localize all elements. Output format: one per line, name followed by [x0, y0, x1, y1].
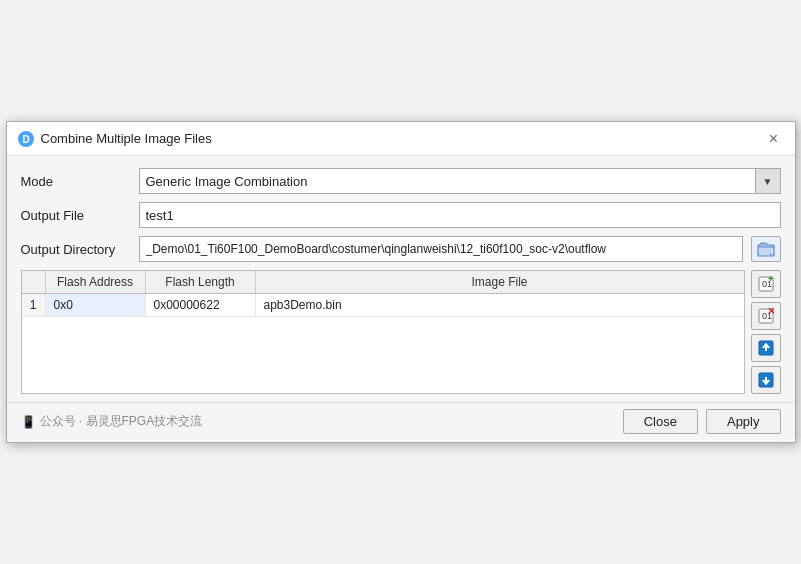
- mode-select[interactable]: Generic Image Combination: [139, 168, 781, 194]
- table-wrapper: Flash Address Flash Length Image File 1 …: [21, 270, 745, 394]
- cell-num: 1: [22, 294, 46, 316]
- dialog-title: Combine Multiple Image Files: [41, 131, 212, 146]
- close-window-button[interactable]: ×: [763, 128, 785, 150]
- output-dir-input[interactable]: [139, 236, 743, 262]
- table-body: 1 0x0 0x00000622 apb3Demo.bin: [22, 294, 744, 317]
- side-buttons: 01 + 01 ×: [751, 270, 781, 394]
- title-bar-left: D Combine Multiple Image Files: [17, 130, 212, 148]
- cell-flash-length: 0x00000622: [146, 294, 256, 316]
- output-dir-label: Output Directory: [21, 242, 131, 257]
- watermark-icon: 📱: [21, 415, 36, 429]
- output-file-label: Output File: [21, 208, 131, 223]
- output-file-input[interactable]: [139, 202, 781, 228]
- browse-button[interactable]: [751, 236, 781, 262]
- bottom-actions: Close Apply: [623, 409, 781, 434]
- bottom-bar: 📱 公众号 · 易灵思FPGA技术交流 Close Apply: [7, 402, 795, 442]
- mode-label: Mode: [21, 174, 131, 189]
- svg-text:+: +: [768, 276, 773, 284]
- title-bar: D Combine Multiple Image Files ×: [7, 122, 795, 156]
- svg-text:×: ×: [768, 308, 774, 318]
- table-header: Flash Address Flash Length Image File: [22, 271, 744, 294]
- col-image-file-header: Image File: [256, 271, 744, 293]
- remove-row-button[interactable]: 01 ×: [751, 302, 781, 330]
- mode-dropdown-wrapper: Generic Image Combination ▼: [139, 168, 781, 194]
- table-row[interactable]: 1 0x0 0x00000622 apb3Demo.bin: [22, 294, 744, 317]
- svg-text:D: D: [22, 134, 29, 145]
- watermark: 📱 公众号 · 易灵思FPGA技术交流: [21, 413, 203, 430]
- output-dir-row: Output Directory: [21, 236, 781, 262]
- close-button[interactable]: Close: [623, 409, 698, 434]
- cell-flash-address: 0x0: [46, 294, 146, 316]
- dialog: D Combine Multiple Image Files × Mode Ge…: [6, 121, 796, 443]
- move-down-button[interactable]: [751, 366, 781, 394]
- apply-button[interactable]: Apply: [706, 409, 781, 434]
- output-file-row: Output File: [21, 202, 781, 228]
- table-section: Flash Address Flash Length Image File 1 …: [7, 270, 795, 402]
- cell-image-file: apb3Demo.bin: [256, 294, 744, 316]
- move-up-button[interactable]: [751, 334, 781, 362]
- mode-row: Mode Generic Image Combination ▼: [21, 168, 781, 194]
- watermark-text: 公众号 · 易灵思FPGA技术交流: [40, 413, 203, 430]
- form-content: Mode Generic Image Combination ▼ Output …: [7, 156, 795, 270]
- col-flash-address-header: Flash Address: [46, 271, 146, 293]
- col-flash-length-header: Flash Length: [146, 271, 256, 293]
- app-icon: D: [17, 130, 35, 148]
- add-row-button[interactable]: 01 +: [751, 270, 781, 298]
- col-num-header: [22, 271, 46, 293]
